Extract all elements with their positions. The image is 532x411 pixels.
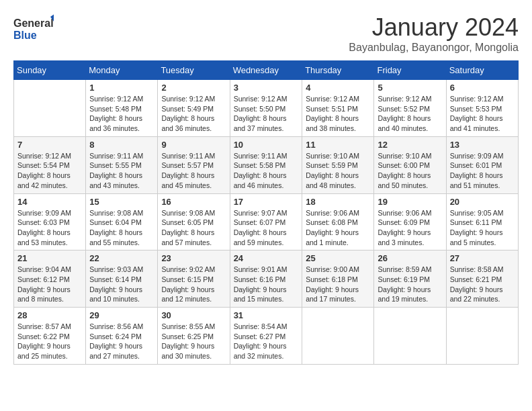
day-number: 15 [89,197,154,207]
day-cell: 5Sunrise: 9:12 AMSunset: 5:52 PMDaylight… [374,80,446,137]
day-cell: 4Sunrise: 9:12 AMSunset: 5:51 PMDaylight… [302,80,374,137]
logo-svg: General Blue [13,13,54,44]
header-day-sunday: Sunday [14,61,86,80]
header-row: SundayMondayTuesdayWednesdayThursdayFrid… [14,61,519,80]
day-info: Sunrise: 9:06 AMSunset: 6:09 PMDaylight:… [378,208,442,248]
day-number: 9 [161,140,226,150]
day-info: Sunrise: 8:55 AMSunset: 6:25 PMDaylight:… [161,322,226,361]
week-row-2: 7Sunrise: 9:12 AMSunset: 5:54 PMDaylight… [14,136,519,193]
day-info: Sunrise: 9:08 AMSunset: 6:04 PMDaylight:… [89,208,154,248]
logo: General Blue [13,13,54,44]
day-cell: 16Sunrise: 9:08 AMSunset: 6:05 PMDayligh… [158,193,230,250]
day-info: Sunrise: 9:10 AMSunset: 6:00 PMDaylight:… [378,151,442,191]
day-info: Sunrise: 9:03 AMSunset: 6:14 PMDaylight:… [89,265,154,304]
day-number: 5 [378,83,442,93]
day-cell: 20Sunrise: 9:05 AMSunset: 6:11 PMDayligh… [446,193,518,250]
day-cell: 30Sunrise: 8:55 AMSunset: 6:25 PMDayligh… [158,308,230,365]
day-info: Sunrise: 9:09 AMSunset: 6:01 PMDaylight:… [450,151,515,191]
day-number: 27 [450,253,515,263]
header-day-wednesday: Wednesday [230,61,302,80]
day-cell: 9Sunrise: 9:11 AMSunset: 5:57 PMDaylight… [158,136,230,193]
day-number: 31 [234,310,299,320]
day-info: Sunrise: 9:05 AMSunset: 6:11 PMDaylight:… [450,208,515,248]
day-number: 25 [306,253,370,263]
day-number: 1 [89,83,154,93]
header-day-tuesday: Tuesday [158,61,230,80]
day-cell [302,308,374,365]
day-number: 17 [234,197,299,207]
header-day-monday: Monday [86,61,158,80]
day-info: Sunrise: 9:12 AMSunset: 5:54 PMDaylight:… [17,151,82,191]
day-number: 19 [378,197,442,207]
header-day-saturday: Saturday [446,61,518,80]
day-info: Sunrise: 9:12 AMSunset: 5:52 PMDaylight:… [378,94,442,134]
day-cell [14,80,86,137]
day-info: Sunrise: 9:09 AMSunset: 6:03 PMDaylight:… [17,208,82,248]
week-row-5: 28Sunrise: 8:57 AMSunset: 6:22 PMDayligh… [14,308,519,365]
day-cell: 17Sunrise: 9:07 AMSunset: 6:07 PMDayligh… [230,193,302,250]
day-cell [446,308,518,365]
day-cell: 15Sunrise: 9:08 AMSunset: 6:04 PMDayligh… [86,193,158,250]
day-info: Sunrise: 9:01 AMSunset: 6:16 PMDaylight:… [234,265,299,304]
day-info: Sunrise: 9:12 AMSunset: 5:48 PMDaylight:… [89,94,154,134]
day-info: Sunrise: 8:59 AMSunset: 6:19 PMDaylight:… [378,265,442,304]
week-row-3: 14Sunrise: 9:09 AMSunset: 6:03 PMDayligh… [14,193,519,250]
day-cell: 1Sunrise: 9:12 AMSunset: 5:48 PMDaylight… [86,80,158,137]
calendar-table: SundayMondayTuesdayWednesdayThursdayFrid… [13,60,519,365]
day-cell: 3Sunrise: 9:12 AMSunset: 5:50 PMDaylight… [230,80,302,137]
day-info: Sunrise: 9:00 AMSunset: 6:18 PMDaylight:… [306,265,370,304]
day-cell: 10Sunrise: 9:11 AMSunset: 5:58 PMDayligh… [230,136,302,193]
day-number: 23 [161,253,226,263]
day-number: 8 [89,140,154,150]
day-cell: 6Sunrise: 9:12 AMSunset: 5:53 PMDaylight… [446,80,518,137]
day-cell: 8Sunrise: 9:11 AMSunset: 5:55 PMDaylight… [86,136,158,193]
day-number: 3 [234,83,299,93]
day-number: 28 [17,310,82,320]
day-cell: 28Sunrise: 8:57 AMSunset: 6:22 PMDayligh… [14,308,86,365]
day-number: 30 [161,310,226,320]
svg-text:Blue: Blue [13,30,37,41]
day-cell [374,308,446,365]
header: General Blue January 2024 Bayanbulag, Ba… [13,13,519,54]
day-number: 10 [234,140,299,150]
day-info: Sunrise: 8:58 AMSunset: 6:21 PMDaylight:… [450,265,515,304]
day-cell: 11Sunrise: 9:10 AMSunset: 5:59 PMDayligh… [302,136,374,193]
day-number: 29 [89,310,154,320]
svg-text:General: General [13,17,54,29]
day-info: Sunrise: 9:12 AMSunset: 5:53 PMDaylight:… [450,94,515,134]
header-day-friday: Friday [374,61,446,80]
day-number: 13 [450,140,515,150]
day-number: 16 [161,197,226,207]
day-info: Sunrise: 9:12 AMSunset: 5:50 PMDaylight:… [234,94,299,134]
day-number: 7 [17,140,82,150]
day-number: 21 [17,253,82,263]
day-info: Sunrise: 9:06 AMSunset: 6:08 PMDaylight:… [306,208,370,248]
day-cell: 29Sunrise: 8:56 AMSunset: 6:24 PMDayligh… [86,308,158,365]
day-cell: 27Sunrise: 8:58 AMSunset: 6:21 PMDayligh… [446,250,518,308]
day-cell: 24Sunrise: 9:01 AMSunset: 6:16 PMDayligh… [230,250,302,308]
day-number: 18 [306,197,370,207]
day-info: Sunrise: 9:11 AMSunset: 5:58 PMDaylight:… [234,151,299,191]
location-subtitle: Bayanbulag, Bayanongor, Mongolia [349,42,519,54]
day-info: Sunrise: 9:10 AMSunset: 5:59 PMDaylight:… [306,151,370,191]
month-title: January 2024 [349,13,519,42]
day-number: 11 [306,140,370,150]
day-info: Sunrise: 8:57 AMSunset: 6:22 PMDaylight:… [17,322,82,361]
day-cell: 7Sunrise: 9:12 AMSunset: 5:54 PMDaylight… [14,136,86,193]
day-cell: 19Sunrise: 9:06 AMSunset: 6:09 PMDayligh… [374,193,446,250]
day-info: Sunrise: 9:07 AMSunset: 6:07 PMDaylight:… [234,208,299,248]
day-number: 14 [17,197,82,207]
day-info: Sunrise: 9:04 AMSunset: 6:12 PMDaylight:… [17,265,82,304]
day-info: Sunrise: 9:11 AMSunset: 5:55 PMDaylight:… [89,151,154,191]
day-number: 20 [450,197,515,207]
day-number: 26 [378,253,442,263]
day-number: 2 [161,83,226,93]
day-info: Sunrise: 9:12 AMSunset: 5:51 PMDaylight:… [306,94,370,134]
title-area: January 2024 Bayanbulag, Bayanongor, Mon… [349,13,519,54]
day-cell: 26Sunrise: 8:59 AMSunset: 6:19 PMDayligh… [374,250,446,308]
day-number: 4 [306,83,370,93]
day-cell: 18Sunrise: 9:06 AMSunset: 6:08 PMDayligh… [302,193,374,250]
day-info: Sunrise: 9:02 AMSunset: 6:15 PMDaylight:… [161,265,226,304]
day-info: Sunrise: 8:54 AMSunset: 6:27 PMDaylight:… [234,322,299,361]
day-cell: 25Sunrise: 9:00 AMSunset: 6:18 PMDayligh… [302,250,374,308]
